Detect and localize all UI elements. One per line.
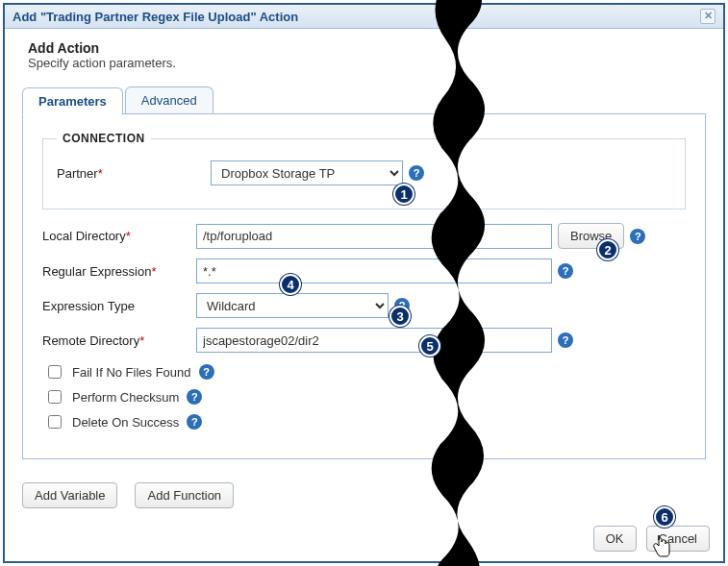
partner-select[interactable]: Dropbox Storage TP	[211, 160, 403, 185]
expr-type-select[interactable]: Wildcard	[196, 293, 389, 318]
help-icon[interactable]: ?	[394, 298, 410, 313]
help-icon[interactable]: ?	[199, 364, 214, 380]
delete-on-success-checkbox[interactable]	[48, 415, 62, 429]
control-expr-type: Wildcard ?	[196, 293, 686, 318]
control-partner: Dropbox Storage TP ?	[211, 160, 671, 185]
local-directory-input[interactable]	[196, 224, 552, 249]
label-regex: Regular Expression*	[42, 264, 196, 279]
help-icon[interactable]: ?	[558, 332, 573, 348]
tab-panel-parameters: CONNECTION Partner* Dropbox Storage TP ?	[22, 113, 706, 459]
label-delete-on-success: Delete On Success	[72, 415, 179, 430]
label-expr-type: Expression Type	[42, 299, 196, 313]
row-partner: Partner* Dropbox Storage TP ?	[57, 160, 671, 185]
perform-checksum-checkbox[interactable]	[48, 390, 62, 404]
row-regex: Regular Expression* ?	[42, 258, 686, 283]
label-perform-checksum: Perform Checksum	[72, 390, 179, 405]
label-remote-directory: Remote Directory*	[42, 333, 196, 348]
tab-advanced[interactable]: Advanced	[125, 86, 213, 114]
section-head: Add Action Specify action parameters.	[22, 38, 706, 76]
label-local-directory: Local Directory*	[42, 229, 196, 243]
dialog-frame: Add "Trading Partner Regex File Upload" …	[3, 3, 725, 563]
row-local-directory: Local Directory* Browse ?	[42, 223, 686, 249]
tab-parameters[interactable]: Parameters	[22, 87, 123, 115]
row-fail-if-none: Fail If No Files Found ?	[44, 362, 686, 381]
add-action-subheading: Specify action parameters.	[28, 56, 706, 70]
help-icon[interactable]: ?	[558, 263, 573, 279]
add-action-heading: Add Action	[28, 40, 706, 56]
connection-fieldset: CONNECTION Partner* Dropbox Storage TP ?	[42, 132, 686, 209]
add-variable-button[interactable]: Add Variable	[22, 482, 117, 508]
label-partner: Partner*	[57, 166, 211, 181]
help-icon[interactable]: ?	[187, 389, 202, 405]
regex-input[interactable]	[196, 258, 552, 283]
browse-button[interactable]: Browse	[558, 223, 624, 249]
dialog-titlebar: Add "Trading Partner Regex File Upload" …	[5, 5, 723, 29]
help-icon[interactable]: ?	[409, 165, 424, 181]
required-mark: *	[98, 166, 103, 181]
row-perform-checksum: Perform Checksum ?	[44, 387, 686, 406]
dialog-title: Add "Trading Partner Regex File Upload" …	[13, 10, 298, 24]
ok-button[interactable]: OK	[593, 526, 637, 552]
footer-left: Add Variable Add Function	[22, 482, 706, 508]
cancel-button[interactable]: Cancel	[646, 526, 710, 552]
fail-if-none-checkbox[interactable]	[48, 365, 62, 379]
help-icon[interactable]: ?	[187, 414, 202, 430]
remote-directory-input[interactable]	[196, 328, 552, 353]
close-icon[interactable]: ✕	[700, 9, 715, 24]
dialog-body: Add Action Specify action parameters. Pa…	[5, 29, 723, 522]
add-function-button[interactable]: Add Function	[135, 482, 234, 508]
control-remote-directory: ?	[196, 328, 686, 353]
row-delete-on-success: Delete On Success ?	[44, 412, 686, 431]
tabs-wrap: Parameters Advanced CONNECTION Partner* …	[22, 86, 706, 459]
row-expr-type: Expression Type Wildcard ?	[42, 293, 686, 318]
help-icon[interactable]: ?	[630, 229, 645, 244]
control-regex: ?	[196, 258, 686, 283]
required-mark: *	[151, 264, 156, 279]
label-fail-if-none: Fail If No Files Found	[72, 365, 191, 380]
connection-legend: CONNECTION	[57, 132, 151, 145]
required-mark: *	[126, 229, 131, 243]
row-remote-directory: Remote Directory* ?	[42, 328, 686, 353]
tabs: Parameters Advanced	[22, 86, 706, 113]
required-mark: *	[139, 333, 144, 348]
footer-right: OK Cancel	[593, 526, 710, 552]
control-local-directory: Browse ?	[196, 223, 686, 249]
